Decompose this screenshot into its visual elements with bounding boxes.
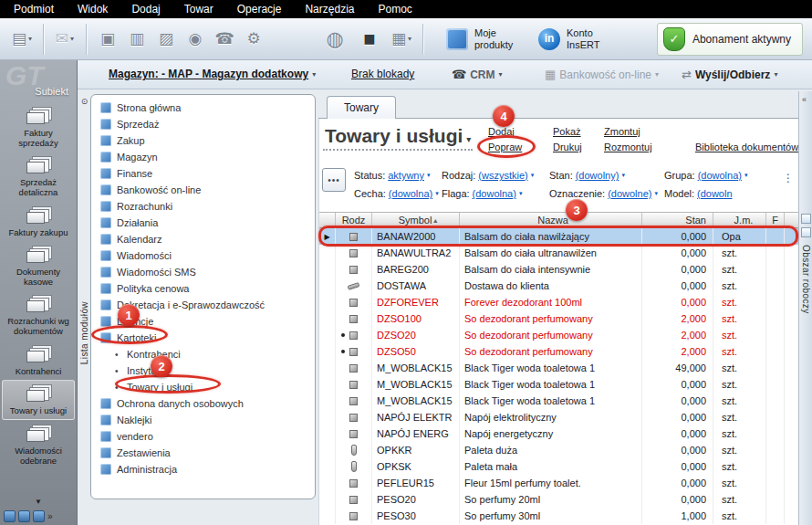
filter-value-link[interactable]: (dowoln [697, 188, 733, 199]
filter-value-link[interactable]: (wszystkie) [478, 170, 527, 181]
nav-item-zestawienia[interactable]: Zestawienia [91, 445, 315, 461]
popraw-button[interactable]: Popraw [488, 140, 522, 155]
table-row[interactable]: M_WOBLACK15Black Tiger woda toaletowa 14… [319, 360, 798, 376]
table-row[interactable]: BANAWULTRA2Balsam do ciała ultranawilżen… [319, 245, 798, 261]
menu-item-operacje[interactable]: Operacje [225, 0, 294, 18]
table-row[interactable]: DZSO100So dezodorant perfumowany2,000szt… [319, 310, 798, 327]
sidebar-item-dokumenty-kasowe[interactable]: Dokumenty kasowe [2, 241, 75, 290]
page-title-menu[interactable]: Towary i usługi ▾ [323, 125, 473, 151]
table-row[interactable]: DOSTAWADostawa do klienta0,000szt. [319, 278, 798, 294]
column-header-j-m[interactable]: J.m. [713, 213, 766, 227]
sidebar-item-sprzedaż-detaliczna[interactable]: Sprzedaż detaliczna [2, 152, 75, 201]
table-row[interactable]: PESO30So perfumy 30ml1,000szt. [319, 508, 798, 524]
more-filters-button[interactable]: ••• [322, 168, 346, 192]
nav-item-strona-główna[interactable]: Strona główna [91, 100, 315, 116]
nav-item-sprzedaż[interactable]: Sprzedaż [91, 116, 315, 132]
filter-overflow-icon[interactable]: ⋮ [783, 172, 794, 184]
nav-item-dekretacja-i-e-sprawozdawczość[interactable]: Dekretacja i e-Sprawozdawczość [91, 297, 315, 313]
sidebar-item-faktury-zakupu[interactable]: Faktury zakupu [2, 202, 75, 242]
dock-module-icon[interactable] [18, 510, 30, 522]
nav-item-instytucje[interactable]: •Instytucje [91, 362, 315, 379]
column-header-stan[interactable]: Stan [642, 213, 713, 227]
menu-item-narzędzia[interactable]: Narzędzia [293, 0, 366, 18]
column-header-f[interactable]: F [766, 213, 785, 227]
collapse-panel-icon[interactable]: « [802, 95, 807, 104]
package-cube-button[interactable]: ■ [352, 23, 387, 56]
sidebar-more-arrow-icon[interactable]: ▼ [0, 498, 77, 506]
nav-item-polityka-cenowa[interactable]: Polityka cenowa [91, 280, 315, 297]
phone-devices-button[interactable]: ☎ [210, 23, 239, 56]
workstation-button[interactable]: ▦▾ [387, 23, 416, 56]
table-row[interactable]: NAPÓJ ENERGNapój energetyczny0,000szt. [319, 425, 798, 442]
table-row[interactable]: DZSO50So dezodorant perfumowany2,000szt. [319, 343, 798, 360]
nav-item-licencje[interactable]: Licencje [91, 313, 315, 330]
workspace-tool-icon[interactable] [801, 214, 811, 224]
nav-item-działania[interactable]: Działania [91, 215, 315, 231]
wyslij-odbierz-dropdown[interactable]: ⇄ Wyślij/Odbierz ▾ [682, 68, 777, 81]
pokaz-button[interactable]: Pokaż [553, 124, 582, 140]
table-row[interactable]: DZFOREVERForever dezodorant 100ml0,000sz… [319, 294, 798, 310]
nav-item-finanse[interactable]: Finanse [91, 165, 315, 182]
blokada-link[interactable]: Brak blokady [351, 68, 414, 80]
sidebar-item-wiadomości-odebrane[interactable]: Wiadomości odebrane [2, 420, 75, 469]
payment-card-button[interactable]: ▥ [122, 23, 151, 56]
filter-value-link[interactable]: (dowolny) [576, 170, 619, 181]
table-row[interactable]: NAPÓJ ELEKTRNapój elektrolityczny0,000sz… [319, 409, 798, 425]
pin-icon[interactable]: ⊙ [78, 97, 90, 106]
menu-item-dodaj[interactable]: Dodaj [120, 0, 172, 18]
nav-item-ochrona-danych-osobowych[interactable]: Ochrona danych osobowych [91, 395, 315, 412]
table-row[interactable]: PEFLEUR15Fleur 15ml perfumy toalet.0,000… [319, 475, 798, 491]
abonament-button[interactable]: ✓ Abonament aktywny [657, 23, 803, 56]
nav-item-magazyn[interactable]: Magazyn [91, 149, 315, 165]
filter-value-link[interactable]: (dowolna) [389, 188, 432, 199]
table-row[interactable]: M_WOBLACK15Black Tiger woda toaletowa 10… [319, 376, 798, 393]
column-header-nazwa[interactable]: Nazwa [460, 213, 642, 227]
cash-coins-button[interactable]: ◉ [181, 23, 210, 56]
printer-button[interactable]: ▨ [151, 23, 181, 56]
table-row[interactable]: M_WOBLACK15Black Tiger woda toaletowa 10… [319, 393, 798, 409]
menu-item-pomoc[interactable]: Pomoc [366, 0, 423, 18]
modules-panel-tab[interactable]: ⊙ Lista modułów [78, 91, 90, 499]
crm-dropdown[interactable]: ☎ CRM ▾ [452, 68, 503, 81]
filter-value-link[interactable]: aktywny [388, 170, 424, 181]
menu-item-towar[interactable]: Towar [172, 0, 225, 18]
sidebar-item-faktury-sprzedaży[interactable]: Faktury sprzedaży [2, 102, 75, 152]
tab-towary[interactable]: Towary [327, 96, 396, 119]
menu-item-widok[interactable]: Widok [66, 0, 120, 18]
nav-item-kartoteki[interactable]: Kartoteki [91, 330, 315, 346]
magazyn-selector[interactable]: Magazyn: - MAP - Magazyn dodatkowy ▾ [109, 68, 316, 80]
filter-value-link[interactable]: (dowolne) [608, 188, 651, 199]
sidebar-item-towary-i-usługi[interactable]: Towary i usługi [2, 380, 75, 420]
filter-value-link[interactable]: (dowolna) [473, 188, 516, 199]
nav-item-towary-i-usługi[interactable]: •Towary i usługi [91, 379, 315, 395]
zmontuj-button[interactable]: Zmontuj [604, 124, 652, 140]
nav-item-kalendarz[interactable]: Kalendarz [91, 231, 315, 247]
nav-item-wiadomości[interactable]: Wiadomości [91, 247, 315, 264]
table-row[interactable]: BAREG200Balsam do ciała intensywnie0,000… [319, 261, 798, 278]
nav-item-bankowość-on-line[interactable]: Bankowość on-line [91, 182, 315, 198]
moje-produkty-button[interactable]: Moje produkty [446, 27, 522, 50]
konto-insert-button[interactable]: in Konto InsERT [538, 27, 614, 50]
nav-item-wiadomości-sms[interactable]: Wiadomości SMS [91, 264, 315, 280]
biblioteka-dokumentow-button[interactable]: Biblioteka dokumentów [695, 140, 798, 155]
cash-register-button[interactable]: ▣ [93, 23, 122, 56]
workspace-tool-icon[interactable] [801, 227, 811, 237]
nav-item-rozrachunki[interactable]: Rozrachunki [91, 198, 315, 215]
table-row[interactable]: OPKKRPaleta duża0,000szt. [319, 442, 798, 458]
settings-gear-button[interactable]: ⚙ [239, 23, 268, 56]
table-row[interactable]: PESO20So perfumy 20ml0,000szt. [319, 491, 798, 508]
rozmontuj-button[interactable]: Rozmontuj [604, 140, 652, 155]
nav-item-vendero[interactable]: vendero [91, 428, 315, 445]
nav-item-administracja[interactable]: Administracja [91, 461, 315, 478]
web-globe-button[interactable]: ◍ [318, 23, 352, 56]
filter-value-link[interactable]: (dowolna) [698, 170, 742, 181]
sidebar-item-rozrachunki-wg-dokumentów[interactable]: Rozrachunki wg dokumentów [2, 290, 75, 340]
bankowosc-dropdown[interactable]: ▦ Bankowość on-line ▾ [545, 68, 659, 81]
dock-module-icon[interactable] [33, 510, 45, 522]
table-row[interactable]: OPKSKPaleta mała0,000szt. [319, 458, 798, 475]
column-header-symbol[interactable]: Symbol▴ [372, 213, 460, 227]
sidebar-item-kontrahenci[interactable]: Kontrahenci [2, 341, 75, 381]
dock-module-icon[interactable] [4, 510, 16, 522]
table-row[interactable]: DZSO20So dezodorant perfumowany2,000szt. [319, 327, 798, 343]
mail-send-button[interactable]: ✉▾ [50, 23, 79, 56]
